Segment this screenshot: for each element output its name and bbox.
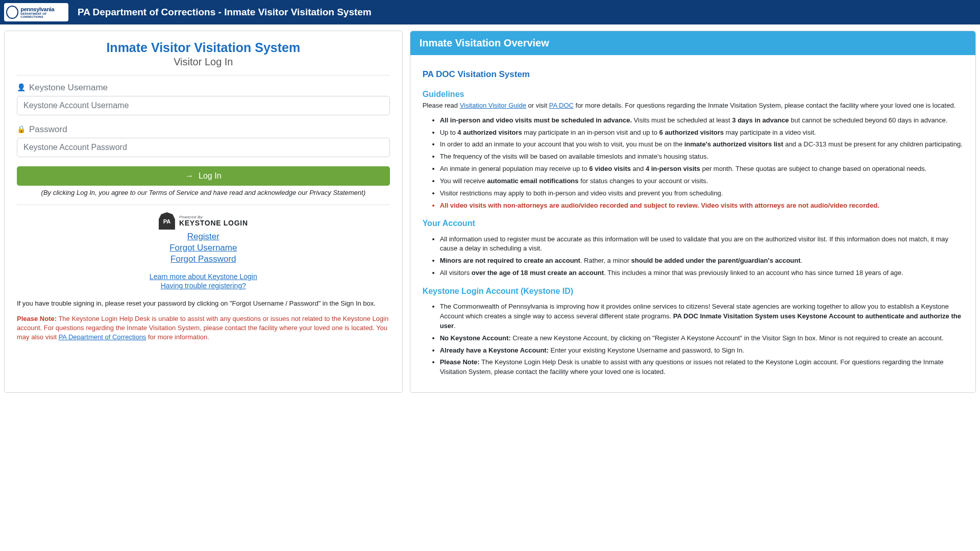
list-item: An inmate in general population may rece… xyxy=(440,164,963,174)
please-note-label: Please Note: xyxy=(17,315,57,322)
trouble-registering-link[interactable]: Having trouble registering? xyxy=(17,282,390,290)
keystone-login-logo: Powered By KEYSTONE LOGIN xyxy=(17,212,390,230)
please-note-block: Please Note: The Keystone Login Help Des… xyxy=(17,314,390,342)
guidelines-intro: Please read Visitation Visitor Guide or … xyxy=(423,101,963,111)
list-item: All visitors over the age of 18 must cre… xyxy=(440,268,963,278)
list-item: Minors are not required to create an acc… xyxy=(440,256,963,266)
divider xyxy=(17,205,390,205)
your-account-list: All information used to register must be… xyxy=(440,235,963,278)
guidelines-heading: Guidelines xyxy=(423,88,963,100)
list-item: Please Note: The Keystone Login Help Des… xyxy=(440,358,963,377)
pa-doc-logo: pennsylvania DEPARTMENT OF CORRECTIONS xyxy=(4,3,68,21)
pa-doc-site-link[interactable]: PA DOC xyxy=(549,102,574,109)
visitor-guide-link[interactable]: Visitation Visitor Guide xyxy=(460,102,526,109)
user-icon xyxy=(17,84,25,92)
keystone-login-heading: Keystone Login Account (Keystone ID) xyxy=(423,285,963,297)
guidelines-list: All in-person and video visits must be s… xyxy=(440,116,963,211)
list-item: No Keystone Account: Create a new Keysto… xyxy=(440,334,963,343)
list-item: Visitor restrictions may apply to both i… xyxy=(440,189,963,198)
login-button[interactable]: Log In xyxy=(17,166,390,186)
tos-note: (By clicking Log In, you agree to our Te… xyxy=(17,189,390,197)
forgot-password-link[interactable]: Forgot Password xyxy=(17,254,390,264)
list-item: The frequency of the visits will be base… xyxy=(440,152,963,162)
list-item: All information used to register must be… xyxy=(440,235,963,254)
list-item: You will receive automatic email notific… xyxy=(440,177,963,186)
list-item: Already have a Keystone Account: Enter y… xyxy=(440,346,963,356)
password-input[interactable] xyxy=(17,138,390,157)
register-link[interactable]: Register xyxy=(17,232,390,242)
pa-doc-system-title: PA DOC Visitation System xyxy=(423,68,963,81)
username-label: Keystone Username xyxy=(17,83,390,93)
password-label: Password xyxy=(17,124,390,135)
trouble-signin-text: If you have trouble signing in, please r… xyxy=(17,299,390,308)
username-input[interactable] xyxy=(17,96,390,115)
overview-panel: Inmate Visitation Overview PA DOC Visita… xyxy=(410,31,976,393)
keystone-pa-mark-icon xyxy=(159,212,175,230)
header-title: PA Department of Corrections - Inmate Vi… xyxy=(78,7,372,18)
list-item: All in-person and video visits must be s… xyxy=(440,116,963,126)
overview-header: Inmate Visitation Overview xyxy=(410,31,975,55)
your-account-heading: Your Account xyxy=(423,217,963,229)
logo-text-bottom: DEPARTMENT OF CORRECTIONS xyxy=(20,12,66,18)
pa-doc-link[interactable]: PA Department of Corrections xyxy=(59,333,146,341)
login-panel: Inmate Visitor Visitation System Visitor… xyxy=(4,31,403,393)
list-item: The Commonwealth of Pennsylvania is impr… xyxy=(440,302,963,331)
learn-more-link[interactable]: Learn more about Keystone Login xyxy=(17,272,390,281)
login-subtitle: Visitor Log In xyxy=(17,56,390,68)
login-title: Inmate Visitor Visitation System xyxy=(17,40,390,55)
forgot-username-link[interactable]: Forgot Username xyxy=(17,243,390,253)
keystone-list: The Commonwealth of Pennsylvania is impr… xyxy=(440,302,963,377)
list-item-warning: All video visits with non-attorneys are … xyxy=(440,201,963,211)
list-item: Up to 4 authorized visitors may particip… xyxy=(440,128,963,138)
list-item: In order to add an inmate to your accoun… xyxy=(440,140,963,149)
divider xyxy=(17,75,390,76)
app-header: pennsylvania DEPARTMENT OF CORRECTIONS P… xyxy=(0,0,980,24)
lock-icon xyxy=(17,126,25,134)
logo-text-top: pennsylvania xyxy=(20,7,66,12)
signin-icon xyxy=(185,171,193,181)
